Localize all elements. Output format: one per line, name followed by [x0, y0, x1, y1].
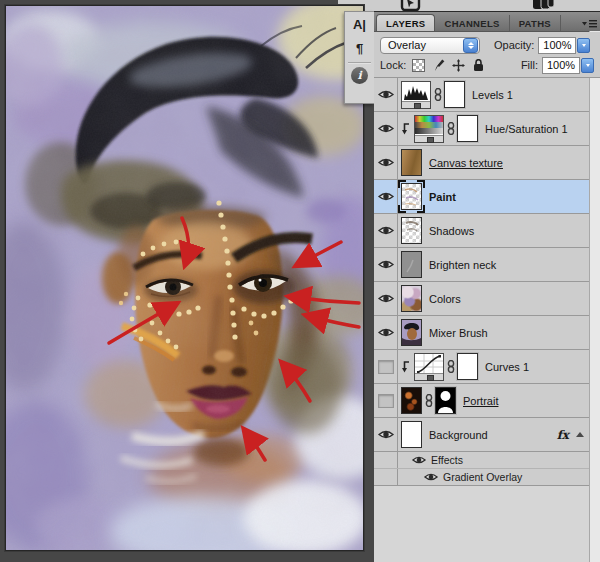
layer-name[interactable]: Shadows — [429, 225, 474, 237]
effects-visibility-toggle[interactable] — [412, 455, 426, 465]
visibility-toggle[interactable] — [374, 316, 398, 349]
layer-row-background[interactable]: Background fx — [374, 418, 590, 452]
collapse-effects-icon[interactable] — [576, 432, 584, 437]
opacity-field[interactable]: 100% — [538, 37, 576, 54]
layer-row-canvas-texture[interactable]: Canvas texture — [374, 146, 590, 180]
effects-header-row[interactable]: Effects — [374, 452, 590, 469]
eye-icon — [378, 225, 394, 236]
opacity-dropdown-icon[interactable] — [577, 38, 590, 53]
eye-column-spacer — [374, 452, 398, 468]
layer-row-hue-saturation-1[interactable]: Hue/Saturation 1 — [374, 112, 590, 146]
layer-row-mixer-brush[interactable]: Mixer Brush — [374, 316, 590, 350]
layer-thumbnail[interactable] — [401, 319, 422, 346]
effect-visibility-toggle[interactable] — [424, 472, 438, 482]
opacity-label: Opacity: — [494, 39, 534, 51]
blend-mode-value: Overlay — [381, 39, 463, 51]
empty-eye-well — [378, 360, 394, 374]
visibility-toggle[interactable] — [374, 350, 398, 383]
blend-mode-select[interactable]: Overlay — [380, 37, 480, 54]
lock-transparency-icon[interactable] — [411, 58, 425, 72]
link-icon — [434, 88, 442, 101]
tab-channels[interactable]: CHANNELS — [435, 15, 509, 31]
character-panel-glyph: A| — [353, 17, 366, 32]
lock-paint-icon[interactable] — [431, 58, 445, 72]
eye-icon — [412, 455, 426, 465]
visibility-toggle[interactable] — [374, 248, 398, 281]
layer-name[interactable]: Brighten neck — [429, 259, 496, 271]
layer-thumbnail[interactable] — [401, 251, 422, 278]
lock-all-icon[interactable] — [471, 58, 485, 72]
character-panel-icon[interactable]: A| — [345, 12, 374, 36]
empty-eye-well — [378, 394, 394, 408]
effects-header-label: Effects — [431, 454, 463, 466]
eye-icon — [378, 191, 394, 202]
curves-thumbnail[interactable] — [414, 353, 444, 381]
layer-row-paint[interactable]: Paint — [374, 180, 590, 214]
fill-label: Fill: — [521, 59, 538, 71]
visibility-toggle[interactable] — [374, 282, 398, 315]
layer-name[interactable]: Paint — [429, 191, 456, 203]
levels-thumbnail[interactable] — [401, 81, 431, 109]
panel-empty-area — [374, 486, 600, 562]
document-canvas[interactable] — [5, 5, 364, 551]
layer-row-shadows[interactable]: Shadows — [374, 214, 590, 248]
hue-saturation-thumbnail[interactable] — [414, 115, 444, 143]
layer-name[interactable]: Hue/Saturation 1 — [485, 123, 568, 135]
layer-mask-thumbnail[interactable] — [457, 353, 478, 380]
layer-row-curves-1[interactable]: Curves 1 — [374, 350, 590, 384]
tab-layers[interactable]: LAYERS — [376, 14, 435, 31]
link-icon — [447, 122, 455, 135]
layer-thumbnail[interactable] — [401, 149, 422, 176]
layer-row-levels-1[interactable]: Levels 1 — [374, 78, 590, 112]
dock-separator — [348, 62, 371, 64]
layer-name[interactable]: Mixer Brush — [429, 327, 488, 339]
info-panel-icon[interactable]: i — [351, 67, 368, 84]
layer-name[interactable]: Canvas texture — [429, 157, 503, 169]
clipping-mask-arrow-icon — [400, 122, 411, 136]
visibility-toggle[interactable] — [374, 78, 398, 111]
layer-row-brighten-neck[interactable]: Brighten neck — [374, 248, 590, 282]
eye-icon — [378, 123, 394, 134]
fx-badge[interactable]: fx — [557, 428, 569, 442]
layer-mask-thumbnail[interactable] — [444, 81, 465, 108]
tab-paths[interactable]: PATHS — [510, 15, 561, 31]
eye-icon — [378, 89, 394, 100]
visibility-toggle[interactable] — [374, 384, 398, 417]
visibility-toggle[interactable] — [374, 180, 398, 213]
layer-row-colors[interactable]: Colors — [374, 282, 590, 316]
fill-dropdown-icon[interactable] — [581, 58, 594, 73]
effect-row-gradient-overlay[interactable]: Gradient Overlay — [374, 469, 590, 486]
eye-icon — [378, 293, 394, 304]
layer-thumbnail[interactable] — [401, 217, 422, 244]
eye-icon — [378, 327, 394, 338]
eye-column-spacer — [374, 469, 398, 485]
info-panel-glyph: i — [357, 69, 361, 82]
layer-row-portrait[interactable]: Portrait — [374, 384, 590, 418]
blend-mode-stepper-icon — [463, 38, 478, 53]
layer-thumbnail[interactable] — [401, 421, 422, 448]
layer-thumbnail[interactable] — [401, 387, 422, 414]
layer-mask-thumbnail[interactable] — [435, 387, 456, 414]
layer-thumbnail[interactable] — [401, 285, 422, 312]
visibility-toggle[interactable] — [374, 214, 398, 247]
layer-name[interactable]: Curves 1 — [485, 361, 529, 373]
link-icon — [425, 394, 433, 407]
photoshop-workspace: A| ¶ i LAYERS CHANNELS PATHS Overlay — [0, 0, 600, 562]
paragraph-panel-icon[interactable]: ¶ — [345, 36, 374, 60]
selection-bracket — [417, 205, 425, 213]
layer-name[interactable]: Colors — [429, 293, 461, 305]
eye-icon — [424, 472, 438, 482]
layer-mask-thumbnail[interactable] — [457, 115, 478, 142]
visibility-toggle[interactable] — [374, 112, 398, 145]
layer-name[interactable]: Portrait — [463, 395, 498, 407]
layer-name[interactable]: Levels 1 — [472, 89, 513, 101]
selection-bracket — [417, 180, 425, 188]
visibility-toggle[interactable] — [374, 146, 398, 179]
lock-position-icon[interactable] — [451, 58, 465, 72]
fill-field[interactable]: 100% — [542, 57, 580, 74]
eye-icon — [378, 429, 394, 440]
eye-icon — [378, 259, 394, 270]
visibility-toggle[interactable] — [374, 418, 398, 451]
lock-label: Lock: — [380, 59, 406, 71]
layer-name[interactable]: Background — [429, 429, 488, 441]
